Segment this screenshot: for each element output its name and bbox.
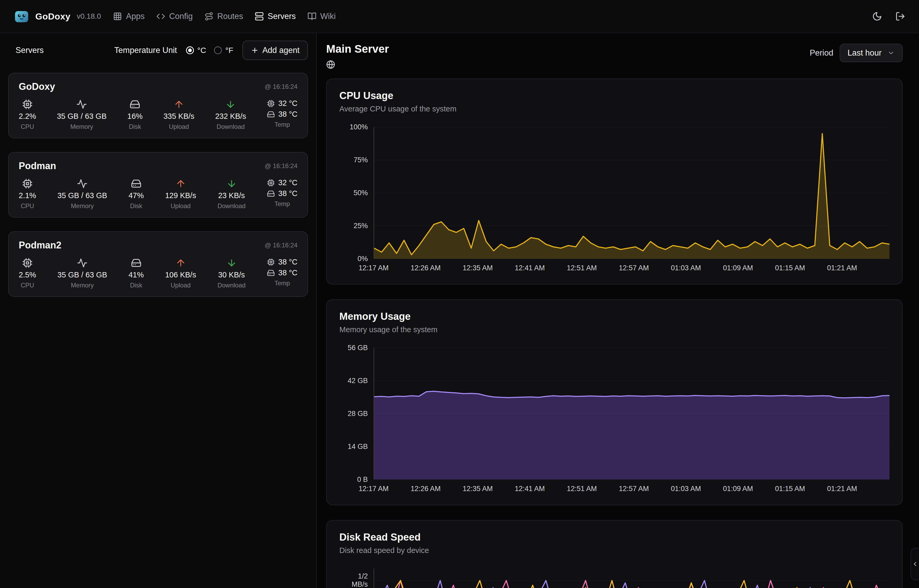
y-axis: 1/2 MB/s [339,569,374,588]
memory-stat: 35 GB / 63 GB Memory [57,178,107,210]
disk-temp-value: 38 °C [278,110,297,118]
upload-label: Upload [171,202,191,210]
chart-subtitle: Memory usage of the system [339,325,890,334]
hard-drive-icon [267,190,275,197]
celsius-radio[interactable]: °C [186,46,206,55]
disk-label: Disk [129,123,141,131]
upload-value: 106 KB/s [165,271,196,279]
dark-mode-toggle-moon-icon[interactable] [872,11,882,21]
arrow-up-icon [176,178,186,189]
y-tick-label: 42 GB [347,377,368,385]
activity-icon [76,99,87,110]
upload-stat: 335 KB/s Upload [163,99,194,131]
x-tick-label: 01:21 AM [827,485,857,493]
cpu-chip-icon [267,258,275,266]
disk-temp-value: 38 °C [278,189,297,198]
x-tick-label: 12:17 AM [359,264,389,272]
disk-label: Disk [130,202,142,210]
plot-area [374,569,890,588]
radio-checked-icon [186,46,194,54]
cpu-value: 2.2% [19,112,36,121]
temperature-radio-group: °C °F [186,46,233,55]
nav-item-wiki[interactable]: Wiki [307,11,336,21]
globe-icon [326,60,389,69]
server-card-podman[interactable]: Podman @ 16:16:24 2.1% CPU 35 GB / 63 GB… [8,152,308,218]
activity-icon [77,258,87,268]
y-tick-label: 100% [350,123,368,131]
nav-item-apps[interactable]: Apps [113,11,145,21]
nav-label: Apps [126,11,145,21]
add-agent-button[interactable]: Add agent [242,40,308,60]
temp-label: Temp [275,279,290,287]
disk-value: 41% [129,271,144,279]
sidebar-header: Servers Temperature Unit °C °F Add agent [16,40,308,60]
plus-icon [251,46,259,54]
server-updated-time: @ 16:16:24 [265,162,297,170]
chart-plot-row: 1/2 MB/s [339,569,890,588]
disk-value: 16% [127,112,142,121]
activity-icon [77,178,87,189]
nav-label: Wiki [320,11,336,21]
cpu-label: CPU [21,202,34,210]
x-tick-label: 01:03 AM [671,485,701,493]
temp-label: Temp [275,200,290,208]
temp-label: Temp [275,121,290,128]
book-icon [307,12,317,21]
nav-right [872,11,905,21]
nav-item-config[interactable]: Config [156,11,193,21]
cpu-chip-icon [22,99,33,110]
download-value: 232 KB/s [215,112,246,121]
x-tick-label: 01:09 AM [723,264,753,272]
fahrenheit-radio[interactable]: °F [214,46,233,55]
chevron-left-icon [912,561,919,567]
sidebar-title: Servers [16,45,44,55]
x-tick-label: 12:41 AM [515,264,545,272]
x-tick-label: 12:35 AM [463,485,493,493]
y-tick-label: 0 B [357,475,368,484]
page-layout: Servers Temperature Unit °C °F Add agent [0,33,919,588]
cpu-label: CPU [21,123,34,131]
nav-items: Apps Config Routes Servers Wiki [113,11,336,21]
x-axis: 12:17 AM12:26 AM12:35 AM12:41 AM12:51 AM… [339,264,890,273]
server-card-podman2[interactable]: Podman2 @ 16:16:24 2.5% CPU 35 GB / 63 G… [8,231,308,297]
godoxy-logo-icon [14,8,29,24]
chart-subtitle: Disk read speed by device [339,546,890,555]
x-tick-label: 01:21 AM [827,264,857,272]
download-stat: 23 KB/s Download [217,178,245,210]
server-card-godoxy[interactable]: GoDoxy @ 16:16:24 2.2% CPU 35 GB / 63 GB… [8,73,308,138]
download-label: Download [216,123,245,131]
logout-icon[interactable] [895,11,905,21]
disk-value: 47% [129,191,144,200]
disk-read-speed-chart: 1/2 MB/s [339,569,890,588]
chart-plot-row: 100%75%50%25%0% [339,127,890,259]
cpu-chip-icon [22,178,33,189]
download-label: Download [217,202,245,210]
add-agent-label: Add agent [262,45,300,55]
arrow-up-icon [176,258,186,268]
sidebar-controls: Temperature Unit °C °F Add agent [114,40,308,60]
memory-stat: 35 GB / 63 GB Memory [57,99,107,131]
temperature-unit-label: Temperature Unit [114,45,177,55]
disk-temp-value: 38 °C [278,268,297,277]
cpu-label: CPU [21,282,34,289]
collapse-panel-handle[interactable] [911,548,919,580]
period-dropdown[interactable]: Last hour [840,44,903,62]
memory-value: 35 GB / 63 GB [57,271,107,279]
memory-stat: 35 GB / 63 GB Memory [57,258,107,289]
nav-item-routes[interactable]: Routes [205,11,243,21]
download-stat: 232 KB/s Download [215,99,246,131]
nav-item-servers[interactable]: Servers [255,11,296,21]
chart-plot-row: 56 GB42 GB28 GB14 GB0 B [339,348,890,480]
disk-stat: 16% Disk [127,99,142,131]
memory-value: 35 GB / 63 GB [57,112,107,121]
y-tick-label: 0% [357,255,368,263]
upload-value: 129 KB/s [165,191,196,200]
top-navbar: GoDoxy v0.18.0 Apps Config Routes Server… [0,0,919,33]
cpu-chip-icon [267,179,275,187]
y-axis: 100%75%50%25%0% [339,127,374,259]
x-tick-label: 01:15 AM [775,264,805,272]
y-tick-label: 1/2 MB/s [352,572,368,588]
chevron-down-icon [887,49,895,57]
y-tick-label: 14 GB [347,443,368,451]
x-tick-label: 12:57 AM [619,485,649,493]
